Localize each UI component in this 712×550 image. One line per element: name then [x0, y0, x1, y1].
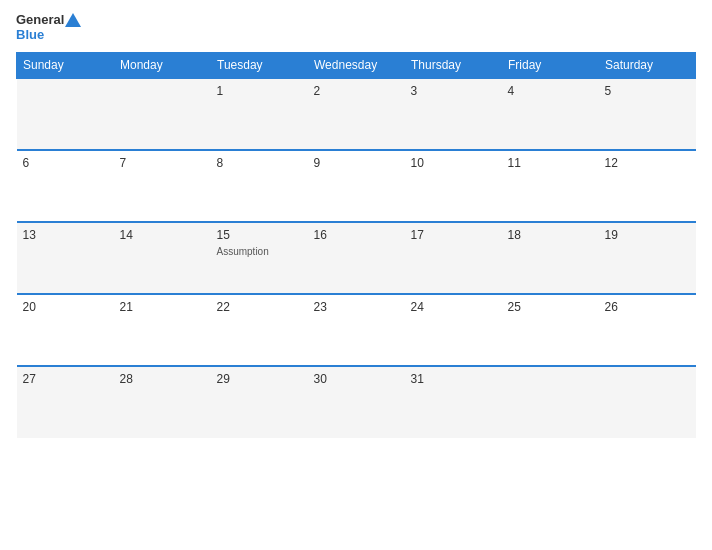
day-number: 31: [411, 372, 496, 386]
calendar-cell: 16: [308, 222, 405, 294]
day-number: 7: [120, 156, 205, 170]
calendar-table: SundayMondayTuesdayWednesdayThursdayFrid…: [16, 52, 696, 438]
day-number: 14: [120, 228, 205, 242]
calendar-cell: [17, 78, 114, 150]
calendar-cell: 2: [308, 78, 405, 150]
calendar-cell: 13: [17, 222, 114, 294]
calendar-cell: 18: [502, 222, 599, 294]
calendar-cell: 20: [17, 294, 114, 366]
day-number: 16: [314, 228, 399, 242]
day-number: 22: [217, 300, 302, 314]
day-number: 23: [314, 300, 399, 314]
calendar-cell: 5: [599, 78, 696, 150]
day-number: 17: [411, 228, 496, 242]
calendar-cell: 27: [17, 366, 114, 438]
day-number: 28: [120, 372, 205, 386]
calendar-cell: [502, 366, 599, 438]
day-number: 5: [605, 84, 690, 98]
calendar-cell: 31: [405, 366, 502, 438]
calendar-cell: 29: [211, 366, 308, 438]
day-header-monday: Monday: [114, 53, 211, 79]
day-header-friday: Friday: [502, 53, 599, 79]
calendar-cell: [114, 78, 211, 150]
day-number: 26: [605, 300, 690, 314]
day-number: 1: [217, 84, 302, 98]
logo-blue: Blue: [16, 27, 81, 42]
logo-general: General: [16, 12, 64, 27]
day-number: 6: [23, 156, 108, 170]
calendar-cell: 25: [502, 294, 599, 366]
calendar-cell: 10: [405, 150, 502, 222]
day-number: 13: [23, 228, 108, 242]
days-header-row: SundayMondayTuesdayWednesdayThursdayFrid…: [17, 53, 696, 79]
day-number: 29: [217, 372, 302, 386]
day-number: 15: [217, 228, 302, 242]
day-number: 2: [314, 84, 399, 98]
calendar-cell: 17: [405, 222, 502, 294]
day-number: 11: [508, 156, 593, 170]
calendar-cell: 22: [211, 294, 308, 366]
day-number: 9: [314, 156, 399, 170]
calendar-cell: 23: [308, 294, 405, 366]
day-number: 24: [411, 300, 496, 314]
day-number: 12: [605, 156, 690, 170]
day-header-sunday: Sunday: [17, 53, 114, 79]
calendar-cell: 8: [211, 150, 308, 222]
week-row-4: 20212223242526: [17, 294, 696, 366]
week-row-2: 6789101112: [17, 150, 696, 222]
calendar-cell: 19: [599, 222, 696, 294]
calendar-cell: 1: [211, 78, 308, 150]
calendar-cell: 24: [405, 294, 502, 366]
day-number: 25: [508, 300, 593, 314]
calendar-cell: [599, 366, 696, 438]
calendar-cell: 4: [502, 78, 599, 150]
week-row-5: 2728293031: [17, 366, 696, 438]
calendar-cell: 6: [17, 150, 114, 222]
day-number: 18: [508, 228, 593, 242]
calendar-cell: 14: [114, 222, 211, 294]
day-number: 8: [217, 156, 302, 170]
day-number: 19: [605, 228, 690, 242]
calendar-cell: 21: [114, 294, 211, 366]
calendar-cell: 26: [599, 294, 696, 366]
week-row-3: 131415Assumption16171819: [17, 222, 696, 294]
day-header-wednesday: Wednesday: [308, 53, 405, 79]
day-number: 27: [23, 372, 108, 386]
day-header-thursday: Thursday: [405, 53, 502, 79]
day-number: 4: [508, 84, 593, 98]
calendar-cell: 3: [405, 78, 502, 150]
calendar-cell: 30: [308, 366, 405, 438]
calendar-cell: 11: [502, 150, 599, 222]
logo: GeneralBlue: [16, 12, 81, 42]
calendar-cell: 9: [308, 150, 405, 222]
day-number: 10: [411, 156, 496, 170]
day-header-saturday: Saturday: [599, 53, 696, 79]
holiday-label: Assumption: [217, 246, 269, 257]
calendar-cell: 7: [114, 150, 211, 222]
week-row-1: 12345: [17, 78, 696, 150]
calendar-page: GeneralBlue SundayMondayTuesdayWednesday…: [0, 0, 712, 550]
calendar-cell: 15Assumption: [211, 222, 308, 294]
logo-triangle-icon: [65, 13, 81, 27]
header: GeneralBlue: [16, 12, 696, 42]
calendar-cell: 28: [114, 366, 211, 438]
day-header-tuesday: Tuesday: [211, 53, 308, 79]
day-number: 21: [120, 300, 205, 314]
day-number: 3: [411, 84, 496, 98]
day-number: 30: [314, 372, 399, 386]
day-number: 20: [23, 300, 108, 314]
calendar-cell: 12: [599, 150, 696, 222]
